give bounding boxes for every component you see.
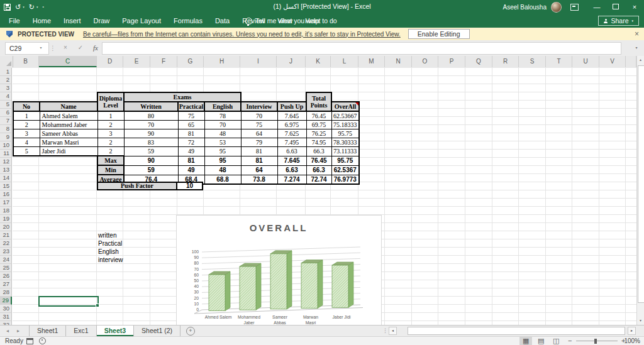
enable-editing-button[interactable]: Enable Editing xyxy=(408,29,470,39)
cell-no[interactable]: 1 xyxy=(13,111,40,121)
row-header-26[interactable]: 26 xyxy=(0,272,12,280)
macro-record-icon[interactable] xyxy=(26,338,33,344)
header-push-up[interactable]: Push Up xyxy=(277,102,306,111)
row-header-10[interactable]: 10 xyxy=(0,141,12,150)
column-header-U[interactable]: U xyxy=(572,56,599,67)
column-header-P[interactable]: P xyxy=(438,56,465,67)
summary-total[interactable]: 76.45 xyxy=(306,156,331,165)
ribbon-tab-page-layout[interactable]: Page Layout xyxy=(116,14,167,28)
summary-label[interactable]: Max xyxy=(97,156,124,165)
cell-level[interactable]: 2 xyxy=(97,121,124,129)
row-header-18[interactable]: 18 xyxy=(0,207,12,215)
summary-english[interactable]: 95 xyxy=(204,156,241,165)
blank-cell[interactable] xyxy=(40,156,97,165)
summary-overall[interactable]: 76.9773 xyxy=(331,175,359,184)
cell-english[interactable]: 78 xyxy=(204,111,241,121)
cell-practical[interactable]: 81 xyxy=(178,129,204,138)
cell-interview[interactable]: 75 xyxy=(241,121,277,129)
blank-cell[interactable] xyxy=(13,92,40,102)
new-sheet-button[interactable]: + xyxy=(186,327,195,336)
cell-practical[interactable]: 65 xyxy=(178,121,204,129)
select-all-corner[interactable] xyxy=(0,56,13,67)
cell-name[interactable]: Ahmed Salem xyxy=(40,111,97,121)
cell-push-up[interactable]: 6.975 xyxy=(277,121,306,129)
view-page-break-button[interactable]: ◫ xyxy=(550,337,562,345)
cell-no[interactable]: 5 xyxy=(13,147,40,156)
cell-total[interactable]: 69.75 xyxy=(306,121,331,129)
cell-no[interactable]: 4 xyxy=(13,138,40,147)
cell-english[interactable]: 70 xyxy=(204,121,241,129)
summary-english[interactable]: 68.8 xyxy=(204,175,241,184)
cell-practical[interactable]: 49 xyxy=(178,147,204,156)
column-header-E[interactable]: E xyxy=(123,56,150,67)
header-written[interactable]: Written xyxy=(124,102,178,111)
view-page-layout-button[interactable]: ▤ xyxy=(535,337,547,345)
summary-practical[interactable]: 81 xyxy=(178,156,204,165)
row-header-2[interactable]: 2 xyxy=(0,76,12,84)
header-name[interactable]: Name xyxy=(40,102,97,111)
blank-cell[interactable] xyxy=(331,92,359,102)
overall-chart[interactable]: OVERALL0102030405060708090100Ahmed Salem… xyxy=(176,215,382,325)
header-no[interactable]: No xyxy=(13,102,40,111)
row-header-29[interactable]: 29 xyxy=(0,297,12,305)
summary-interview[interactable]: 73.8 xyxy=(241,175,277,184)
cell-practical[interactable]: 75 xyxy=(178,111,204,121)
ribbon-tab-insert[interactable]: Insert xyxy=(57,14,87,28)
cell-total[interactable]: 74.95 xyxy=(306,138,331,147)
cell-written[interactable]: 80 xyxy=(124,111,178,121)
column-header-V[interactable]: V xyxy=(599,56,626,67)
tab-prev-icon[interactable]: ◂ xyxy=(6,326,9,336)
sheet-tab-sheet3[interactable]: Sheet3 xyxy=(97,326,134,336)
hscroll-handle[interactable]: ⋮ xyxy=(382,326,388,336)
column-header-F[interactable]: F xyxy=(150,56,177,67)
sheet-grid[interactable]: 1234567891011121314151617181920212223242… xyxy=(0,68,636,325)
column-header-S[interactable]: S xyxy=(519,56,546,67)
summary-label[interactable]: Min xyxy=(97,165,124,175)
summary-total[interactable]: 66.3 xyxy=(306,165,331,175)
push-factor-value[interactable]: 10 xyxy=(177,182,203,190)
share-button[interactable]: Share ▾ xyxy=(598,16,639,26)
horizontal-scroll-thumb[interactable] xyxy=(408,327,625,335)
cell-written[interactable]: 83 xyxy=(124,138,178,147)
row-header-16[interactable]: 16 xyxy=(0,190,12,199)
cell-push-up[interactable]: 7.625 xyxy=(277,129,306,138)
row-header-30[interactable]: 30 xyxy=(0,305,12,313)
cell-practical[interactable]: 72 xyxy=(178,138,204,147)
summary-total[interactable]: 72.74 xyxy=(306,175,331,184)
cell-level[interactable]: 2 xyxy=(97,138,124,147)
row-header-9[interactable]: 9 xyxy=(0,133,12,141)
cell-name[interactable]: Sameer Abbas xyxy=(40,129,97,138)
cancel-icon[interactable]: × xyxy=(59,42,72,53)
cell-level[interactable]: 1 xyxy=(97,111,124,121)
row-header-3[interactable]: 3 xyxy=(0,84,12,92)
ribbon-tab-home[interactable]: Home xyxy=(26,14,57,28)
accessibility-icon[interactable] xyxy=(39,337,46,344)
column-header-M[interactable]: M xyxy=(358,56,385,67)
blank-cell[interactable] xyxy=(40,175,97,184)
blank-cell[interactable] xyxy=(13,175,40,184)
sheet-tab-sheet1[interactable]: Sheet1 xyxy=(29,326,66,336)
summary-interview[interactable]: 64 xyxy=(241,165,277,175)
exam-table[interactable]: DiplomaLevelExamsTotalPointsNoNameWritte… xyxy=(13,92,360,185)
cell-total[interactable]: 76.25 xyxy=(306,129,331,138)
weight-label[interactable]: written xyxy=(98,232,116,239)
summary-written[interactable]: 90 xyxy=(124,156,178,165)
cell-no[interactable]: 2 xyxy=(13,121,40,129)
name-box-dropdown-icon[interactable]: ▾ xyxy=(36,42,45,53)
insert-function-icon[interactable]: fx xyxy=(89,42,102,53)
weight-label[interactable]: interview xyxy=(98,256,123,263)
row-header-25[interactable]: 25 xyxy=(0,264,12,272)
ribbon-tab-formulas[interactable]: Formulas xyxy=(167,14,209,28)
column-header-G[interactable]: G xyxy=(177,56,204,67)
vertical-scrollbar[interactable]: ▴ ▾ xyxy=(636,56,644,325)
row-header-28[interactable]: 28 xyxy=(0,288,12,297)
tell-me[interactable]: Tell me what you want to do xyxy=(245,14,337,28)
hscroll-left-icon[interactable]: ◂ xyxy=(389,327,397,335)
maximize-button[interactable] xyxy=(606,0,625,14)
cell-push-up[interactable]: 6.63 xyxy=(277,147,306,156)
view-normal-button[interactable]: ▦ xyxy=(519,337,532,345)
cell-overall[interactable]: 78.30333 xyxy=(331,138,359,147)
cell-interview[interactable]: 70 xyxy=(241,111,277,121)
row-header-31[interactable]: 31 xyxy=(0,313,12,321)
enter-check-icon[interactable]: ✓ xyxy=(74,42,87,53)
